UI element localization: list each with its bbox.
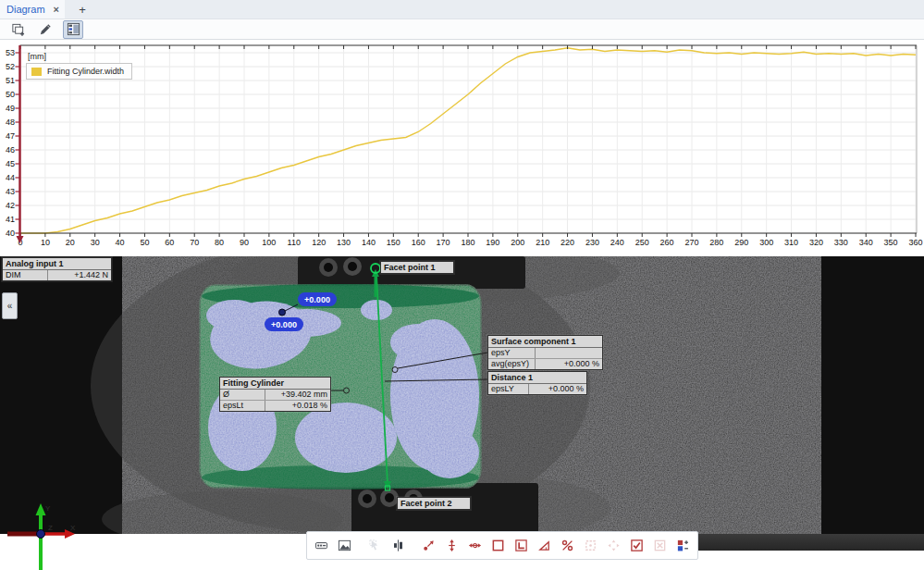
x-tick-label: 350 [884, 238, 898, 247]
y-tick-label: 51 [6, 76, 15, 85]
collapse-panel-button[interactable]: « [2, 292, 18, 319]
facet-point-icon[interactable] [418, 535, 439, 557]
annotation-distance[interactable]: Distance 1 epsLY +0.000 % [487, 371, 587, 395]
diagram-plot[interactable]: 0102030405060708090100110120130140150160… [0, 40, 924, 256]
facet-field-icon[interactable] [580, 535, 601, 557]
row-key: epsLY [488, 384, 528, 394]
measurement-view[interactable]: Analog input 1 DIM +1.442 N Facet point … [0, 256, 924, 534]
tab-close-icon[interactable]: × [54, 4, 59, 15]
percent-icon[interactable] [557, 535, 578, 557]
x-tick-label: 150 [387, 238, 400, 247]
annotation-facet-point-1[interactable]: Facet point 1 [380, 261, 454, 274]
x-tick-label: 340 [859, 238, 873, 247]
components-icon[interactable] [672, 535, 694, 557]
unit-label: [mm] [28, 52, 132, 61]
x-tick-label: 190 [486, 238, 499, 247]
y-tick-label: 53 [6, 48, 15, 57]
fitting-element-icon[interactable] [511, 535, 532, 557]
x-tick-label: 260 [660, 238, 674, 247]
y-tick-label: 40 [6, 229, 15, 238]
x-tick-label: 320 [809, 238, 823, 247]
x-tick-label: 20 [66, 238, 75, 247]
x-tick-label: 60 [165, 238, 174, 247]
x-tick-label: 270 [684, 238, 698, 247]
x-tick-label: 200 [511, 238, 524, 247]
application-window: { "tab_bar": { "tab_label": "Diagram", "… [0, 0, 924, 570]
y-tick-label: 42 [6, 201, 15, 210]
row-key: Ø [220, 390, 265, 400]
x-tick-label: 230 [585, 238, 599, 247]
annotation-title: Fitting Cylinder [220, 378, 330, 390]
y-tick-label: 50 [6, 90, 15, 99]
y-tick-label: 52 [6, 62, 15, 71]
apply-icon[interactable] [626, 535, 647, 557]
x-tick-label: 100 [262, 238, 276, 247]
diagram-image-layout-icon[interactable] [63, 20, 83, 39]
annotation-analog-input[interactable]: Analog input 1 DIM +1.442 N [2, 257, 112, 281]
delete-icon[interactable] [649, 535, 671, 557]
x-tick-label: 80 [215, 238, 224, 247]
x-tick-label: 70 [190, 238, 199, 247]
image-icon[interactable] [334, 535, 355, 557]
surface-component-icon[interactable] [487, 535, 509, 557]
distance-icon[interactable] [441, 535, 462, 557]
legend-swatch [31, 68, 42, 76]
x-tick-label: 30 [91, 238, 100, 247]
x-tick-label: 50 [140, 238, 149, 247]
legend-series-label: Fitting Cylinder.width [47, 67, 124, 76]
new-tab-button[interactable]: + [72, 0, 92, 19]
annotation-title: Distance 1 [488, 372, 586, 384]
x-tick-label: 10 [41, 238, 50, 247]
x-tick-label: 170 [437, 238, 450, 247]
y-tick-label: 48 [6, 118, 15, 127]
x-tick-label: 300 [759, 238, 773, 247]
camera-image [0, 256, 924, 534]
annotation-facet-point-2[interactable]: Facet point 2 [397, 497, 471, 510]
value-badge[interactable]: +0.000 [298, 292, 337, 306]
tab-bar: Diagram × + [0, 0, 924, 19]
row-key: avg(epsY) [488, 359, 535, 369]
tab-label: Diagram [6, 4, 45, 15]
row-value [535, 348, 602, 358]
legend-box: Fitting Cylinder.width [26, 63, 132, 80]
tab-diagram[interactable]: Diagram × [0, 0, 65, 19]
row-value: +0.000 % [535, 359, 602, 369]
y-tick-label: 49 [6, 104, 15, 113]
new-diagram-icon[interactable] [7, 20, 28, 39]
x-tick-label: 220 [561, 238, 574, 247]
y-tick-label: 46 [6, 145, 15, 155]
edit-diagram-icon[interactable] [35, 20, 55, 39]
row-value: +0.000 % [528, 384, 586, 394]
angle-icon[interactable] [534, 535, 555, 557]
x-tick-label: 120 [312, 238, 326, 247]
section-icon[interactable] [464, 535, 486, 557]
annotation-surface-component[interactable]: Surface component 1 epsY avg(epsY) +0.00… [487, 335, 603, 370]
x-tick-label: 210 [536, 238, 549, 247]
annotation-fitting-cylinder[interactable]: Fitting Cylinder Ø +39.402 mm epsLt +0.0… [219, 377, 331, 412]
x-tick-label: 90 [240, 238, 249, 247]
histogram-icon[interactable] [388, 535, 409, 557]
transform-icon[interactable] [603, 535, 624, 557]
selection-icon[interactable] [364, 535, 386, 557]
x-tick-label: 130 [337, 238, 351, 247]
x-tick-label: 160 [412, 238, 425, 247]
y-tick-label: 47 [6, 131, 15, 141]
x-tick-label: 250 [635, 238, 649, 247]
annotation-title: Analog input 1 [3, 258, 111, 270]
x-tick-label: 40 [116, 238, 125, 247]
label-icon[interactable] [311, 535, 332, 557]
row-key: DIM [3, 270, 47, 280]
x-tick-label: 110 [288, 238, 301, 247]
chart-legend: [mm] Fitting Cylinder.width [26, 52, 132, 80]
x-tick-label: 290 [734, 238, 748, 247]
x-tick-label: 240 [610, 238, 624, 247]
x-tick-label: 360 [908, 238, 922, 247]
row-key: epsY [488, 348, 535, 358]
x-tick-label: 280 [709, 238, 723, 247]
value-badge[interactable]: +0.000 [265, 317, 303, 331]
row-value: +1.442 N [47, 270, 111, 280]
annotation-title: Surface component 1 [488, 336, 602, 348]
y-tick-label: 41 [6, 215, 15, 224]
diagram-panel: 0102030405060708090100110120130140150160… [0, 40, 924, 256]
x-tick-label: 330 [834, 238, 848, 247]
